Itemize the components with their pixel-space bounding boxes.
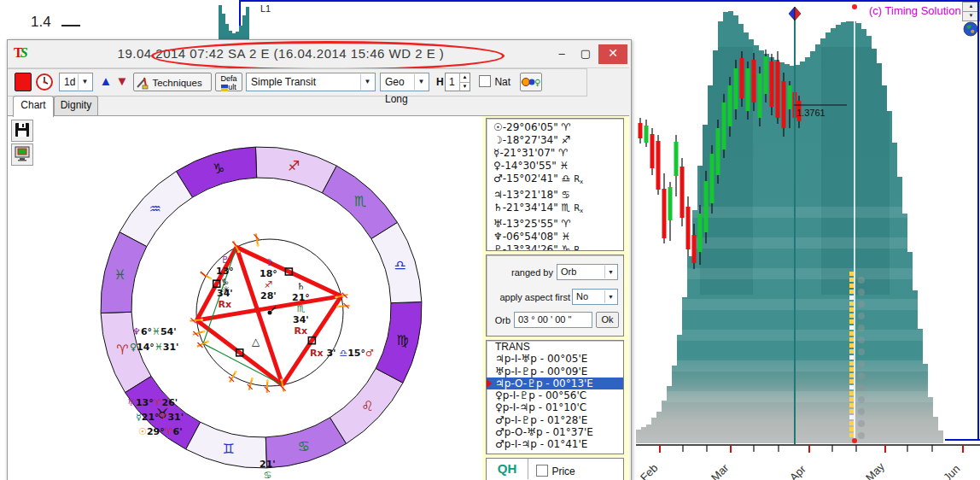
checkbox-icon (479, 75, 491, 87)
planet-row[interactable]: ♅-13°25'55" ♈ (487, 218, 623, 231)
transit-row[interactable]: ♂p-I-♃p - 01°41'E (487, 438, 623, 450)
series-label: L1 (260, 3, 271, 14)
chevron-down-icon: ▼ (360, 74, 374, 90)
planet-row[interactable]: ♀-14°30'55" ♓ (487, 160, 623, 173)
planet-tick (338, 306, 350, 307)
stepper-down[interactable]: ▼ (459, 83, 470, 91)
ok-button[interactable]: Ok (596, 312, 619, 328)
sign-glyph: ♑ (213, 161, 225, 177)
save-button[interactable] (11, 120, 33, 142)
background-price-chart[interactable] (632, 0, 980, 480)
stepper-up[interactable]: ▲ (459, 73, 470, 83)
tab-dignity[interactable]: Dignity (54, 96, 98, 115)
floppy-disk-icon (15, 122, 30, 138)
apply-aspect-combobox[interactable]: No▼ (572, 289, 618, 305)
transit-row[interactable]: ♂p-O-♅p - 01°37'E (487, 426, 623, 438)
model-combobox[interactable]: Simple Transit▼ (246, 73, 376, 91)
tools-icon (136, 76, 149, 90)
transit-row[interactable]: ♀p-I-♇p - 00°56'C (487, 389, 623, 401)
current-date-diamond[interactable] (789, 7, 801, 20)
planet-row[interactable]: ♃-13°21'18" ♋ (487, 189, 623, 202)
tab-chart[interactable]: Chart (13, 96, 54, 117)
minimize-button[interactable]: – (551, 44, 573, 64)
time-axis (636, 445, 980, 453)
monitor-icon (15, 146, 30, 161)
globe-icon[interactable] (963, 21, 978, 37)
sign-glyph: ♎ (394, 257, 405, 273)
planets-icon: ♀ (522, 75, 540, 89)
projection-top-dot (852, 4, 857, 9)
planet-row[interactable]: ♇-13°34'26" ♑ Rx (487, 243, 623, 251)
sign-glyph: ♏ (354, 193, 366, 209)
svg-text:♀: ♀ (534, 78, 540, 87)
planet-row[interactable]: ♄-21°34'14" ♏ Rx (487, 202, 623, 218)
planet-row[interactable]: ☉-29°06'05" ♈ (487, 121, 623, 134)
bg-chart-right-border (977, 2, 979, 440)
trine-aspect-icon: △ (252, 336, 260, 348)
ranged-by-combobox[interactable]: Orb▼ (557, 264, 618, 280)
planet-row[interactable]: ☽-18°27'34" ♐ (487, 134, 623, 147)
natal-checkbox[interactable]: Nat (479, 73, 510, 91)
aspect-options-box: ranged by Orb▼ apply aspect first No▼ Or… (486, 255, 624, 337)
close-button[interactable]: ✕ (598, 44, 627, 64)
checkbox-icon (536, 465, 548, 477)
projection-humps (632, 11, 980, 443)
title-bar[interactable]: TS 19.04.2014 07:42 SA 2 E (16.04.2014 1… (8, 40, 629, 68)
ranged-by-label: ranged by (492, 267, 553, 278)
zoom-out-button[interactable]: ▼ (114, 73, 130, 91)
conjunction-icon (268, 311, 272, 315)
bottom-bar: QH Price (486, 458, 624, 480)
planet-row[interactable]: ♂-15°02'41" ♎ Rx (487, 173, 623, 189)
sign-glyph: ♒ (149, 201, 160, 217)
sign-glyph: ♓ (114, 266, 125, 283)
planets-button[interactable]: ♀ (520, 73, 542, 91)
planet-row[interactable]: ♆-06°54'08" ♓ (487, 231, 623, 243)
sign-glyph: ♊ (223, 441, 235, 457)
square-aspect-line (283, 296, 341, 385)
screen-button[interactable] (11, 143, 33, 166)
maximize-button[interactable]: ▢ (575, 44, 597, 64)
sign-glyph: ♋ (298, 438, 310, 454)
transit-row[interactable]: ♃p-I-♅p - 00°05'E (487, 353, 623, 365)
selected-marker-icon (487, 379, 492, 388)
timing-solution-window: TS 19.04.2014 07:42 SA 2 E (16.04.2014 1… (7, 39, 632, 480)
default-button[interactable]: Defa ult (215, 73, 242, 91)
sextile-aspect-icon: ✳ (222, 284, 230, 296)
period-combobox[interactable]: 1d▼ (59, 73, 93, 91)
stop-button[interactable] (15, 73, 32, 91)
zodiac-wheel[interactable]: ♈♉♊♋♌♍♎♏♐♑♒♓✳△ (80, 122, 456, 480)
sign-glyph: ♐ (288, 158, 300, 174)
zoom-in-button[interactable]: ▲ (98, 73, 114, 91)
projection-bottom-dot (852, 438, 857, 443)
toolbar: 1d▼ ▲ ▼ Techniques Defa ult Simple Trans… (8, 68, 587, 97)
transit-row[interactable]: ♃p-O-♇p - 00°13'E (487, 378, 623, 389)
sign-glyph: ♉ (156, 406, 168, 422)
mini-histogram (213, 3, 253, 39)
orb-label: Orb (490, 315, 510, 325)
price-checkbox[interactable]: Price (536, 462, 575, 480)
coordinates-combobox[interactable]: Geo Long▼ (380, 73, 429, 91)
annotation-ellipse (151, 41, 505, 71)
chart-page: ♈♉♊♋♌♍♎♏♐♑♒♓✳△ ♇13°♑34'Rx☽18°♐28'♄21°♏34… (8, 115, 629, 480)
qh-button[interactable]: QH (487, 459, 528, 479)
chevron-down-icon: ▼ (604, 266, 616, 278)
apply-aspect-label: apply aspect first (492, 292, 570, 302)
bg-chart-bottom-border (945, 439, 980, 441)
clock-button[interactable] (35, 73, 54, 91)
last-price-label: 1.3761 (796, 108, 825, 118)
orb-input[interactable]: 03 ° 00 ' 00 " (514, 312, 592, 328)
chevron-down-icon: ▼ (414, 74, 428, 90)
planet-position-list[interactable]: ☉-29°06'05" ♈☽-18°27'34" ♐☿-21°31'07" ♈♀… (486, 118, 624, 251)
techniques-button[interactable]: Techniques (133, 73, 212, 91)
transit-row[interactable]: ♀p-I-♃p - 01°10'C (487, 401, 623, 413)
transit-row[interactable]: ♂p-I-♇p - 01°28'E (487, 414, 623, 426)
transit-row[interactable]: ♅p-I-♇p - 00°09'E (487, 366, 623, 378)
screenshot-root: { "background": { "y_axis_label": "1.4",… (0, 0, 980, 480)
planet-row[interactable]: ☿-21°31'07" ♈ (487, 147, 623, 160)
harmonic-stepper[interactable]: 1 ▲ ▼ (445, 73, 470, 91)
y-axis-label: 1.4 (31, 14, 51, 31)
transit-list[interactable]: TRANS ♃p-I-♅p - 00°05'E♅p-I-♇p - 00°09'E… (486, 340, 624, 454)
harmonic-label: H (436, 73, 444, 91)
chevron-down-icon: ▼ (78, 74, 91, 90)
sign-glyph: ♌ (361, 398, 373, 414)
